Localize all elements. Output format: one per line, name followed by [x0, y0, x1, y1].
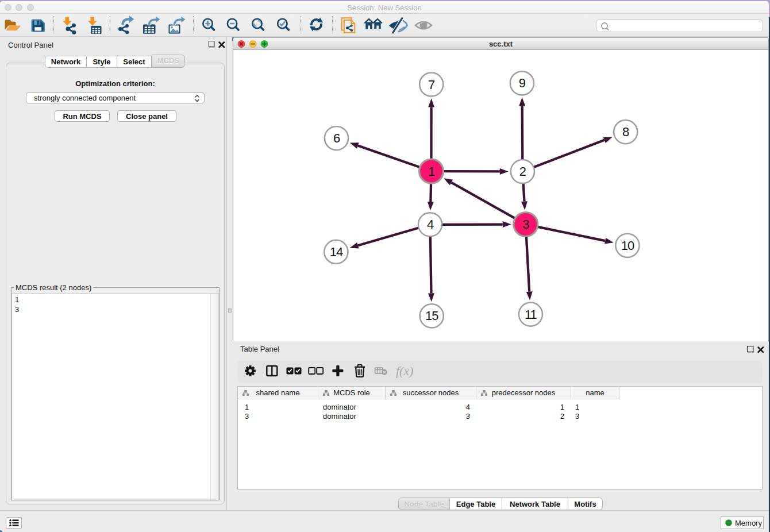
svg-text:14: 14 — [330, 245, 343, 259]
svg-text:8: 8 — [622, 125, 629, 139]
svg-text:3: 3 — [522, 217, 529, 232]
svg-text:f(x): f(x) — [396, 364, 414, 378]
svg-text:1: 1 — [428, 164, 435, 179]
svg-text:9: 9 — [519, 76, 526, 90]
svg-text:2: 2 — [519, 164, 526, 179]
svg-text:11: 11 — [525, 307, 537, 322]
svg-text:10: 10 — [621, 238, 634, 253]
svg-text:7: 7 — [428, 78, 435, 92]
svg-text:6: 6 — [333, 131, 340, 145]
svg-text:4: 4 — [427, 217, 434, 232]
svg-text:15: 15 — [425, 309, 438, 323]
